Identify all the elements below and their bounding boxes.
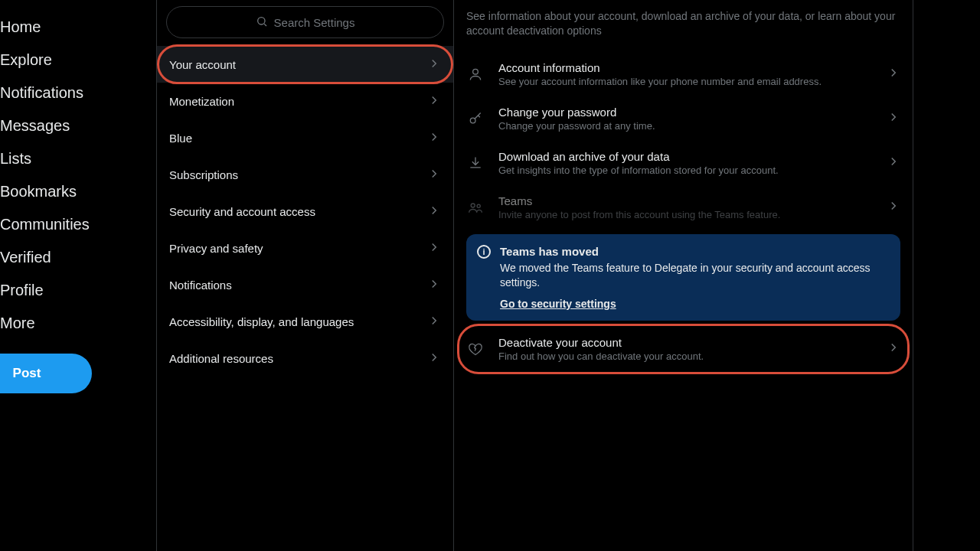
- search-settings-input[interactable]: Search Settings: [166, 6, 444, 38]
- item-title: Download an archive of your data: [498, 150, 873, 163]
- chevron-right-icon: [427, 130, 441, 146]
- key-icon: [466, 111, 485, 126]
- deactivate-account-item[interactable]: Deactivate your account Find out how you…: [454, 327, 913, 371]
- nav-item-profile[interactable]: Profile: [0, 274, 156, 307]
- settings-category-subscriptions[interactable]: Subscriptions: [157, 156, 453, 193]
- item-subtitle: Change your password at any time.: [498, 120, 873, 132]
- people-icon: [466, 200, 485, 215]
- settings-category-notifications[interactable]: Notifications: [157, 266, 453, 303]
- download-icon: [466, 155, 485, 171]
- svg-point-2: [473, 69, 479, 74]
- search-placeholder: Search Settings: [274, 16, 355, 29]
- banner-link[interactable]: Go to security settings: [500, 298, 888, 310]
- nav-item-bookmarks[interactable]: Bookmarks: [0, 175, 156, 208]
- nav-item-more[interactable]: More: [0, 307, 156, 340]
- nav-item-messages[interactable]: Messages: [0, 109, 156, 142]
- settings-item-account-information[interactable]: Account informationSee your account info…: [454, 52, 913, 96]
- teams-moved-banner: i Teams has moved We moved the Teams fea…: [466, 234, 900, 321]
- account-detail-panel: See information about your account, down…: [454, 0, 913, 551]
- category-label: Security and account access: [169, 205, 315, 218]
- info-icon: i: [477, 245, 491, 259]
- item-subtitle: Find out how you can deactivate your acc…: [498, 350, 873, 362]
- category-label: Additional resources: [169, 352, 273, 365]
- nav-item-lists[interactable]: Lists: [0, 142, 156, 175]
- category-label: Your account: [169, 58, 236, 71]
- item-title: Change your password: [498, 106, 873, 119]
- panel-description: See information about your account, down…: [454, 9, 913, 52]
- category-label: Subscriptions: [169, 168, 238, 181]
- category-label: Blue: [169, 132, 192, 145]
- item-subtitle: Get insights into the type of informatio…: [498, 165, 873, 176]
- item-subtitle: See your account information like your p…: [498, 76, 873, 87]
- chevron-right-icon: [887, 199, 900, 216]
- chevron-right-icon: [427, 93, 441, 109]
- nav-item-explore[interactable]: Explore: [0, 44, 156, 77]
- user-icon: [466, 67, 485, 82]
- item-title: Account information: [498, 61, 873, 74]
- item-title: Teams: [498, 194, 873, 207]
- settings-category-security-and-account-access[interactable]: Security and account access: [157, 193, 453, 230]
- nav-item-communities[interactable]: Communities: [0, 208, 156, 241]
- category-label: Notifications: [169, 279, 232, 292]
- svg-point-5: [477, 204, 480, 207]
- category-label: Accessibility, display, and languages: [169, 315, 354, 328]
- chevron-right-icon: [887, 155, 900, 171]
- settings-item-change-your-password[interactable]: Change your passwordChange your password…: [454, 96, 913, 141]
- chevron-right-icon: [887, 110, 900, 127]
- item-subtitle: Invite anyone to post from this account …: [498, 209, 873, 220]
- primary-nav: HomeExploreNotificationsMessagesListsBoo…: [0, 0, 157, 551]
- svg-point-4: [471, 204, 475, 207]
- chevron-right-icon: [427, 314, 441, 330]
- category-label: Monetization: [169, 95, 234, 108]
- nav-item-home[interactable]: Home: [0, 11, 156, 44]
- settings-item-download-an-archive-of-your-data[interactable]: Download an archive of your dataGet insi…: [454, 141, 913, 185]
- search-icon: [256, 15, 268, 30]
- settings-categories: Search Settings Your accountMonetization…: [157, 0, 454, 551]
- svg-point-0: [257, 17, 264, 24]
- chevron-right-icon: [887, 341, 900, 357]
- chevron-right-icon: [887, 66, 900, 83]
- settings-category-blue[interactable]: Blue: [157, 119, 453, 156]
- item-title: Deactivate your account: [498, 336, 873, 349]
- banner-title: Teams has moved: [500, 245, 888, 258]
- svg-line-1: [264, 24, 266, 26]
- settings-category-your-account[interactable]: Your account: [157, 46, 453, 83]
- chevron-right-icon: [427, 240, 441, 256]
- chevron-right-icon: [427, 57, 441, 73]
- settings-category-monetization[interactable]: Monetization: [157, 83, 453, 119]
- settings-category-accessibility-display-and-languages[interactable]: Accessibility, display, and languages: [157, 303, 453, 340]
- chevron-right-icon: [427, 350, 441, 367]
- settings-category-privacy-and-safety[interactable]: Privacy and safety: [157, 230, 453, 266]
- post-button[interactable]: Post: [0, 354, 92, 393]
- category-label: Privacy and safety: [169, 242, 263, 255]
- chevron-right-icon: [427, 204, 441, 220]
- banner-message: We moved the Teams feature to Delegate i…: [500, 261, 888, 290]
- settings-item-teams: TeamsInvite anyone to post from this acc…: [454, 185, 913, 230]
- nav-item-verified[interactable]: Verified: [0, 241, 156, 274]
- nav-item-notifications[interactable]: Notifications: [0, 77, 156, 109]
- chevron-right-icon: [427, 167, 441, 183]
- chevron-right-icon: [427, 277, 441, 293]
- settings-category-additional-resources[interactable]: Additional resources: [157, 340, 453, 377]
- heartbreak-icon: [466, 341, 485, 357]
